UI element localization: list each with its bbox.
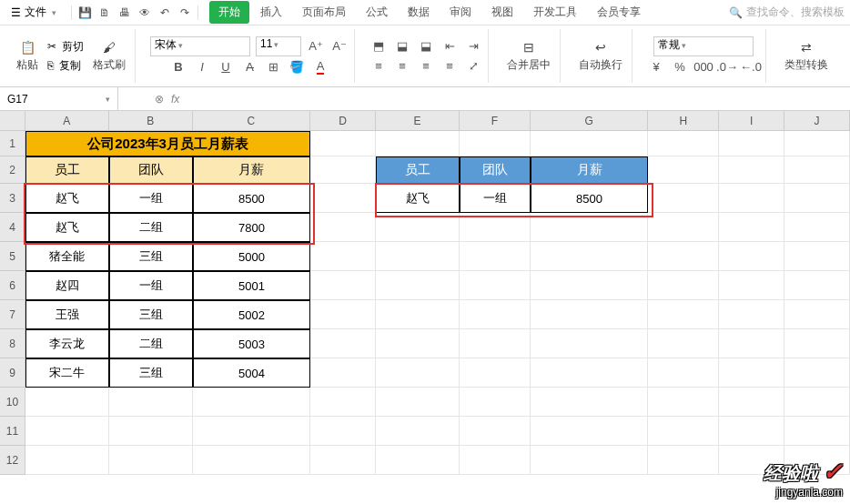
table1-cell[interactable]: 5003: [193, 329, 311, 358]
cell[interactable]: [376, 446, 460, 475]
tab-insert[interactable]: 插入: [251, 1, 291, 24]
cell[interactable]: [109, 417, 193, 446]
undo-icon[interactable]: ↶: [157, 5, 172, 20]
align-middle-button[interactable]: ⬓: [393, 37, 411, 55]
table1-cell[interactable]: 李云龙: [25, 329, 109, 358]
align-left-button[interactable]: ≡: [369, 57, 388, 76]
cell[interactable]: [648, 213, 719, 242]
row-header[interactable]: 2: [0, 156, 25, 184]
select-all-corner[interactable]: [0, 111, 25, 131]
cell[interactable]: [648, 446, 719, 475]
cell[interactable]: [310, 271, 376, 300]
cell[interactable]: [460, 446, 531, 475]
cell[interactable]: [531, 271, 649, 300]
col-header[interactable]: I: [719, 111, 784, 131]
table1-cell[interactable]: 二组: [109, 329, 193, 358]
tab-formula[interactable]: 公式: [357, 1, 397, 24]
cell[interactable]: [784, 388, 850, 417]
table1-cell[interactable]: 8500: [193, 184, 311, 213]
copy-button[interactable]: ⎘复制: [47, 58, 84, 74]
table2-header[interactable]: 团队: [460, 156, 531, 184]
cell[interactable]: [719, 388, 784, 417]
cell[interactable]: [460, 131, 531, 156]
cell[interactable]: [310, 184, 376, 213]
table2-cell[interactable]: 赵飞: [376, 184, 460, 213]
cell[interactable]: [648, 184, 719, 213]
cell[interactable]: [648, 271, 719, 300]
align-right-button[interactable]: ≡: [417, 57, 435, 76]
border-button[interactable]: ⊞: [264, 58, 282, 76]
orientation-button[interactable]: ⤢: [464, 57, 482, 76]
cancel-icon[interactable]: ⊗: [155, 93, 164, 106]
cell[interactable]: [460, 242, 531, 271]
cell[interactable]: [648, 417, 719, 446]
table1-header[interactable]: 员工: [25, 156, 109, 184]
save-as-icon[interactable]: 🗎: [97, 5, 112, 20]
table1-cell[interactable]: 三组: [109, 358, 193, 388]
row-header[interactable]: 10: [0, 388, 25, 417]
cell[interactable]: [531, 242, 649, 271]
cell[interactable]: [648, 388, 719, 417]
cell[interactable]: [376, 388, 460, 417]
cell[interactable]: [25, 388, 109, 417]
cell[interactable]: [784, 271, 850, 300]
thousands-button[interactable]: 000: [694, 58, 713, 76]
cell[interactable]: [784, 156, 850, 184]
cell[interactable]: [193, 417, 311, 446]
decrease-decimal-button[interactable]: ←.0: [742, 58, 760, 76]
cell[interactable]: [376, 213, 460, 242]
table1-cell[interactable]: 7800: [193, 213, 311, 242]
col-header[interactable]: B: [109, 111, 193, 131]
cell[interactable]: [193, 388, 311, 417]
name-box[interactable]: G17 ▾: [0, 87, 118, 110]
col-header[interactable]: H: [648, 111, 719, 131]
fill-color-button[interactable]: 🪣: [288, 58, 306, 76]
col-header[interactable]: G: [531, 111, 649, 131]
table1-cell[interactable]: 5002: [193, 300, 311, 329]
underline-button[interactable]: U: [217, 58, 235, 76]
table1-cell[interactable]: 5000: [193, 242, 311, 271]
row-header[interactable]: 9: [0, 358, 25, 388]
table1-cell[interactable]: 王强: [25, 300, 109, 329]
cell[interactable]: [25, 417, 109, 446]
row-header[interactable]: 5: [0, 242, 25, 271]
table1-cell[interactable]: 赵飞: [25, 213, 109, 242]
table1-cell[interactable]: 三组: [109, 300, 193, 329]
strikethrough-button[interactable]: A̶: [240, 58, 258, 76]
table2-cell[interactable]: 一组: [460, 184, 531, 213]
cell[interactable]: [719, 184, 784, 213]
table1-cell[interactable]: 宋二牛: [25, 358, 109, 388]
cell[interactable]: [719, 131, 784, 156]
cell[interactable]: [531, 213, 649, 242]
table-title[interactable]: 公司2023年3月员工月薪表: [25, 131, 310, 156]
cell[interactable]: [193, 446, 311, 475]
row-header[interactable]: 1: [0, 131, 25, 156]
cell[interactable]: [376, 300, 460, 329]
currency-button[interactable]: ¥: [647, 58, 665, 76]
col-header[interactable]: J: [784, 111, 850, 131]
cell[interactable]: [784, 300, 850, 329]
align-bottom-button[interactable]: ⬓: [417, 37, 435, 55]
decrease-font-button[interactable]: A⁻: [330, 37, 349, 55]
cell[interactable]: [719, 242, 784, 271]
bold-button[interactable]: B: [169, 58, 187, 76]
table1-cell[interactable]: 二组: [109, 213, 193, 242]
cell[interactable]: [531, 417, 649, 446]
table1-cell[interactable]: 5001: [193, 271, 311, 300]
row-header[interactable]: 8: [0, 329, 25, 358]
redo-icon[interactable]: ↷: [177, 5, 192, 20]
cell[interactable]: [719, 417, 784, 446]
cell[interactable]: [648, 358, 719, 388]
cell[interactable]: [376, 358, 460, 388]
cell[interactable]: [25, 446, 109, 475]
print-preview-icon[interactable]: 👁: [137, 5, 152, 20]
tab-pagelayout[interactable]: 页面布局: [293, 1, 355, 24]
cell[interactable]: [376, 417, 460, 446]
cell[interactable]: [719, 329, 784, 358]
col-header[interactable]: E: [376, 111, 460, 131]
cut-button[interactable]: ✂剪切: [47, 39, 84, 55]
table2-header[interactable]: 员工: [376, 156, 460, 184]
cell[interactable]: [310, 156, 376, 184]
align-top-button[interactable]: ⬒: [369, 37, 388, 55]
cell[interactable]: [784, 213, 850, 242]
